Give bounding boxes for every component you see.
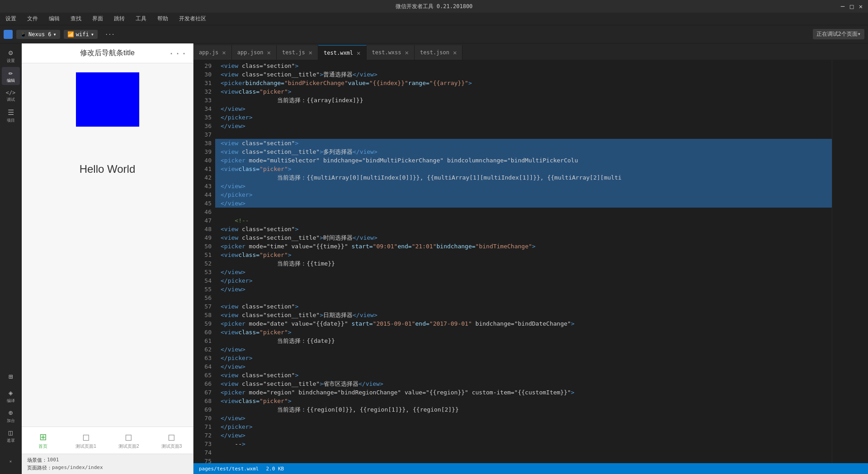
phone-tab-home[interactable]: ⊞ 首页: [22, 431, 65, 450]
phone-nav-bar: 修改后导航条title ···: [22, 43, 193, 63]
path-value: pages/index/index: [52, 465, 103, 471]
phone-nav-dots[interactable]: ···: [169, 48, 188, 59]
scene-value: 1001: [47, 457, 59, 464]
test2-tab-label: 测试页面2: [118, 443, 139, 450]
phone-content: Hello World: [22, 63, 193, 427]
tab-app-js[interactable]: app.js ✕: [193, 45, 232, 60]
home-tab-icon: ⊞: [39, 431, 47, 442]
page-indicator[interactable]: 正在调试2个页面▾: [813, 29, 864, 39]
bottom-status-bar: pages/test/test.wxml 2.0 KB: [193, 463, 868, 474]
close-btn[interactable]: ✕: [857, 3, 864, 10]
scene-row: 场景值： 1001: [27, 457, 188, 464]
sidebar-icon-components[interactable]: ⊞: [2, 367, 20, 385]
tab-test-wxml-label: test.wxml: [324, 50, 353, 56]
toolbar: 📱 Nexus 6 ▾ 📶 wifi ▾ ··· 正在调试2个页面▾: [0, 25, 868, 43]
file-size: 2.0 KB: [266, 466, 284, 472]
edit-icon: ✏: [9, 68, 13, 77]
menu-tools[interactable]: 工具: [132, 13, 150, 24]
tab-test-js[interactable]: test.js ✕: [277, 45, 318, 60]
test3-tab-label: 测试页面3: [161, 443, 182, 450]
scene-label: 场景值：: [27, 457, 47, 464]
tab-app-js-close[interactable]: ✕: [222, 49, 226, 56]
home-tab-label: 首页: [38, 443, 47, 450]
tab-test-js-close[interactable]: ✕: [309, 49, 312, 56]
sidebar-icon-stage[interactable]: ⊕ 加台: [2, 407, 20, 425]
wifi-icon: 📶: [67, 31, 74, 38]
menu-jump[interactable]: 跳转: [110, 13, 128, 24]
phone-tab-test1[interactable]: ◻ 测试页面1: [65, 431, 108, 450]
tab-test-json[interactable]: test.json ✕: [415, 45, 462, 60]
device-selector[interactable]: 📱 Nexus 6 ▾: [16, 30, 60, 39]
sidebar-icon-edit[interactable]: ✏ 编辑: [2, 67, 20, 85]
phone-panel: 修改后导航条title ··· Hello World ⊞ 首页 ◻ 测试页面1…: [22, 43, 193, 474]
test3-tab-icon: ◻: [168, 431, 175, 442]
main-layout: ⚙ 设置 ✏ 编辑 </> 调试 ☰ 项目 ⊞ ◈ 编译 ⊕ 加台 ◫ 遮罩: [0, 43, 868, 474]
sidebar-icon-compile[interactable]: ◈ 编译: [2, 387, 20, 405]
menu-interface[interactable]: 界面: [89, 13, 107, 24]
tab-test-wxml[interactable]: test.wxml ✕: [318, 45, 366, 60]
settings-icon: ⚙: [9, 48, 13, 57]
sidebar-icon-close[interactable]: ✕: [2, 452, 20, 470]
compile-icon: ◈: [9, 389, 13, 397]
debug-icon: </>: [6, 90, 16, 96]
wifi-label: wifi: [76, 31, 89, 38]
tab-app-js-label: app.js: [199, 49, 218, 56]
code-editor: 2930313233343536373839404142434445464748…: [193, 60, 868, 463]
line-numbers: 2930313233343536373839404142434445464748…: [193, 60, 215, 463]
tab-test-js-label: test.js: [282, 49, 305, 56]
sidebar-icon-mask[interactable]: ◫ 遮罩: [2, 427, 20, 445]
device-icon: 📱: [20, 31, 27, 38]
sidebar-icon-settings[interactable]: ⚙ 设置: [2, 47, 20, 65]
tab-test-wxss-label: test.wxss: [372, 49, 401, 56]
maximize-btn[interactable]: □: [848, 3, 855, 10]
phone-tab-test2[interactable]: ◻ 测试页面2: [108, 431, 151, 450]
menu-devcomm[interactable]: 开发者社区: [175, 13, 210, 24]
phone-blue-box: [76, 72, 139, 127]
minimap: [832, 60, 868, 463]
left-sidebar: ⚙ 设置 ✏ 编辑 </> 调试 ☰ 项目 ⊞ ◈ 编译 ⊕ 加台 ◫ 遮罩: [0, 43, 22, 474]
minimize-btn[interactable]: ─: [839, 3, 846, 10]
logo-icon: [4, 30, 13, 39]
phone-tab-test3[interactable]: ◻ 测试页面3: [150, 431, 193, 450]
tab-test-json-close[interactable]: ✕: [453, 49, 457, 56]
tab-test-wxml-close[interactable]: ✕: [357, 49, 360, 57]
mask-icon: ◫: [9, 428, 13, 437]
sidebar-icon-debug[interactable]: </> 调试: [2, 87, 20, 105]
phone-bottom-tabs: ⊞ 首页 ◻ 测试页面1 ◻ 测试页面2 ◻ 测试页面3: [22, 427, 193, 454]
menu-edit[interactable]: 编辑: [45, 13, 63, 24]
menu-settings[interactable]: 设置: [2, 13, 20, 24]
menu-file[interactable]: 文件: [24, 13, 42, 24]
path-label: 页面路径：: [27, 465, 52, 471]
wifi-chevron: ▾: [91, 31, 94, 38]
more-btn[interactable]: ···: [101, 29, 118, 39]
tab-test-wxss[interactable]: test.wxss ✕: [367, 45, 415, 60]
device-label: Nexus 6: [28, 31, 52, 38]
tab-test-json-label: test.json: [420, 49, 449, 56]
menu-help[interactable]: 帮助: [154, 13, 172, 24]
menu-bar: 设置 文件 编辑 查找 界面 跳转 工具 帮助 开发者社区: [0, 13, 868, 25]
menu-find[interactable]: 查找: [67, 13, 85, 24]
phone-nav-title: 修改后导航条title: [80, 48, 135, 58]
project-icon: ☰: [8, 108, 14, 117]
close-icon: ✕: [9, 459, 12, 464]
tab-app-json-close[interactable]: ✕: [267, 49, 271, 56]
phone-status-bar: 场景值： 1001 页面路径： pages/index/index: [22, 454, 193, 474]
components-icon: ⊞: [9, 372, 13, 381]
wifi-selector[interactable]: 📶 wifi ▾: [64, 30, 98, 39]
tab-test-wxss-close[interactable]: ✕: [405, 49, 409, 56]
sidebar-icon-project[interactable]: ☰ 项目: [2, 107, 20, 125]
tab-app-json[interactable]: app.json ✕: [232, 45, 277, 60]
test2-tab-icon: ◻: [125, 431, 132, 442]
editor-tabs: app.js ✕ app.json ✕ test.js ✕ test.wxml …: [193, 43, 868, 60]
test1-tab-label: 测试页面1: [75, 443, 96, 450]
editor-area: app.js ✕ app.json ✕ test.js ✕ test.wxml …: [193, 43, 868, 474]
path-row: 页面路径： pages/index/index: [27, 465, 188, 471]
window-title: 微信开发者工具 0.21.201800: [396, 3, 473, 10]
test1-tab-icon: ◻: [82, 431, 90, 442]
stage-icon: ⊕: [9, 408, 13, 417]
tab-app-json-label: app.json: [237, 49, 264, 56]
title-bar: 微信开发者工具 0.21.201800 ─ □ ✕: [0, 0, 868, 13]
code-content[interactable]: <view class="section"> <view class="sect…: [215, 60, 832, 463]
device-chevron: ▾: [53, 31, 57, 38]
phone-hello-text: Hello World: [80, 163, 136, 175]
